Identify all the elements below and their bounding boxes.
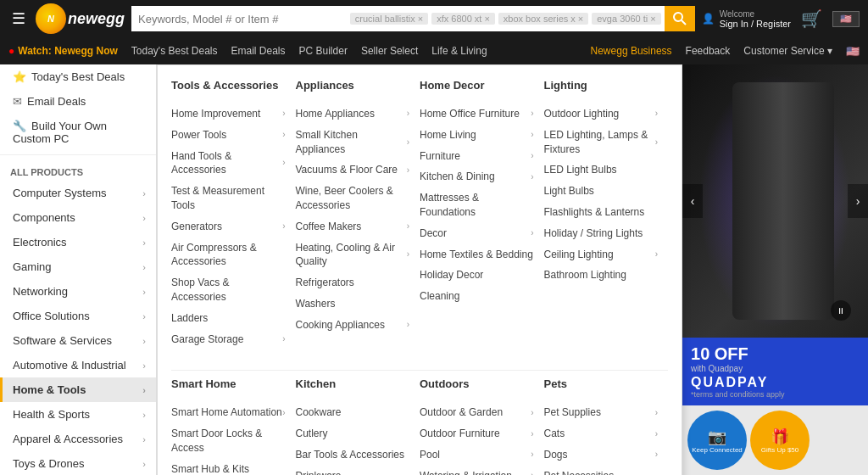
menu-link-air-compressors[interactable]: Air Compressors & Accessories (171, 238, 286, 273)
sidebar-item-software[interactable]: Software & Services› (0, 328, 156, 353)
menu-section-pets: Pets Pet Supplies› Cats› Dogs› Pet Neces… (544, 377, 669, 475)
sidebar-item-gaming[interactable]: Gaming› (0, 254, 156, 279)
menu-link-outdoor-garden[interactable]: Outdoor & Garden› (420, 402, 534, 423)
menu-link-flashlights[interactable]: Flashlights & Lanterns (544, 202, 659, 223)
menu-link-cooking[interactable]: Cooking Appliances› (296, 315, 410, 336)
menu-link-smart-automation[interactable]: Smart Home Automation› (171, 402, 286, 423)
arrow-icon: › (142, 360, 146, 371)
menu-link-watering[interactable]: Watering & Irrigation› (420, 466, 534, 475)
menu-link-home-appliances[interactable]: Home Appliances› (296, 103, 410, 125)
pause-button[interactable]: ⏸ (831, 300, 851, 321)
hero-area: ‹ › ⏸ (682, 64, 868, 338)
menu-link-decor[interactable]: Decor› (420, 223, 534, 244)
nav-customer-service[interactable]: Customer Service ▾ (743, 45, 832, 57)
promo-card-connected[interactable]: 📷 Keep Connected (687, 411, 747, 470)
menu-link-shop-vacs[interactable]: Shop Vacs & Accessories (171, 272, 286, 308)
menu-link-home-living[interactable]: Home Living› (420, 125, 534, 146)
sidebar-item-computer-systems[interactable]: Computer Systems› (0, 181, 156, 205)
menu-link-hand-tools[interactable]: Hand Tools & Accessories› (171, 146, 286, 182)
next-button[interactable]: › (848, 184, 868, 218)
nav-feedback[interactable]: Feedback (686, 45, 731, 57)
menu-link-refrigerators[interactable]: Refrigerators (296, 272, 410, 293)
prev-button[interactable]: ‹ (682, 184, 703, 218)
menu-link-ceiling-lighting[interactable]: Ceiling Lighting› (544, 244, 659, 265)
menu-link-pet-supplies[interactable]: Pet Supplies› (544, 402, 659, 423)
menu-link-home-office-furniture[interactable]: Home Office Furniture› (420, 103, 534, 125)
search-tag-remove[interactable]: × (484, 14, 489, 24)
search-tag-label: xfx 6800 xt (437, 14, 481, 24)
sidebar-item-components[interactable]: Components› (0, 205, 156, 230)
search-tag-remove[interactable]: × (650, 14, 655, 24)
menu-link-ladders[interactable]: Ladders (171, 308, 286, 329)
menu-link-bathroom-lighting[interactable]: Bathroom Lighting (544, 265, 659, 286)
nav-best-deals[interactable]: Today's Best Deals (131, 45, 218, 57)
menu-link-cookware[interactable]: Cookware (296, 402, 410, 423)
sidebar-item-toys[interactable]: Toys & Drones› (0, 451, 156, 475)
sidebar-item-build-pc[interactable]: 🔧Build Your Own Custom PC (0, 114, 156, 151)
flag-button[interactable]: 🇺🇸 (832, 11, 860, 27)
nav-pc-builder[interactable]: PC Builder (299, 45, 348, 57)
arrow-icon: › (142, 311, 146, 321)
menu-link-home-textiles[interactable]: Home Textiles & Bedding (420, 244, 534, 265)
nav-seller-select[interactable]: Seller Select (361, 45, 418, 57)
sidebar-item-apparel[interactable]: Apparel & Accessories› (0, 427, 156, 451)
sidebar-item-networking[interactable]: Networking› (0, 279, 156, 304)
menu-link-bar-tools[interactable]: Bar Tools & Accessories (296, 444, 410, 466)
menu-link-pet-necessities[interactable]: Pet Necessities (544, 466, 659, 475)
menu-link-test-measurement[interactable]: Test & Measurement Tools (171, 181, 286, 216)
menu-link-heating-cooling[interactable]: Heating, Cooling & Air Quality› (296, 238, 410, 273)
sidebar-item-home-tools[interactable]: Home & Tools› (0, 377, 156, 402)
nav-watch[interactable]: Watch: Newegg Now (8, 45, 118, 57)
nav-newegg-business[interactable]: Newegg Business (591, 45, 672, 57)
nav-email-deals[interactable]: Email Deals (231, 45, 285, 57)
user-menu[interactable]: 👤 Welcome Sign In / Register (702, 9, 791, 29)
menu-link-furniture[interactable]: Furniture› (420, 146, 534, 167)
menu-link-cleaning[interactable]: Cleaning (420, 286, 534, 307)
menu-link-coffee-makers[interactable]: Coffee Makers› (296, 216, 410, 238)
menu-link-led-bulbs[interactable]: LED Light Bulbs (544, 159, 659, 181)
menu-link-washers[interactable]: Washers (296, 293, 410, 315)
hamburger-menu[interactable]: ☰ (8, 6, 29, 31)
search-tag-4: evga 3060 ti × (592, 13, 660, 25)
sidebar-item-health[interactable]: Health & Sports› (0, 402, 156, 427)
menu-link-garage-storage[interactable]: Garage Storage› (171, 329, 286, 350)
logo[interactable]: N newegg (36, 3, 125, 34)
sidebar-item-best-deals[interactable]: ⭐Today's Best Deals (0, 64, 156, 89)
menu-link-small-kitchen[interactable]: Small Kitchen Appliances› (296, 125, 410, 160)
sidebar-item-email-deals[interactable]: ✉Email Deals (0, 89, 156, 114)
search-tag-label: evga 3060 ti (597, 14, 648, 24)
menu-link-smart-hub[interactable]: Smart Hub & Kits (171, 459, 286, 475)
promo-card-gifts[interactable]: 🎁 Gifts Up $50 (750, 411, 810, 470)
menu-link-dogs[interactable]: Dogs› (544, 444, 659, 466)
menu-link-smart-door-locks[interactable]: Smart Door Locks & Access (171, 423, 286, 459)
menu-link-wine-beer[interactable]: Wine, Beer Coolers & Accessories (296, 181, 410, 216)
search-input[interactable] (131, 6, 347, 31)
menu-link-kitchen-dining[interactable]: Kitchen & Dining› (420, 166, 534, 187)
user-icon: 👤 (702, 13, 715, 25)
menu-link-home-improvement[interactable]: Home Improvement› (171, 103, 286, 125)
sidebar-item-office[interactable]: Office Solutions› (0, 304, 156, 328)
menu-link-drinkware[interactable]: Drinkware (296, 466, 410, 475)
menu-link-cats[interactable]: Cats› (544, 423, 659, 444)
menu-link-led-lighting[interactable]: LED Lighting, Lamps & Fixtures› (544, 125, 659, 160)
menu-link-generators[interactable]: Generators› (171, 216, 286, 238)
cart-icon[interactable]: 🛒 (801, 8, 822, 29)
menu-link-holiday-decor[interactable]: Holiday Decor (420, 265, 534, 286)
menu-link-power-tools[interactable]: Power Tools› (171, 125, 286, 146)
menu-link-pool[interactable]: Pool› (420, 444, 534, 466)
menu-link-mattresses[interactable]: Mattresses & Foundations (420, 187, 534, 223)
search-tag-remove[interactable]: × (578, 14, 583, 24)
card-label-1: Keep Connected (692, 446, 743, 454)
menu-link-light-bulbs[interactable]: Light Bulbs (544, 181, 659, 202)
search-tag-remove[interactable]: × (418, 14, 423, 24)
menu-link-outdoor-lighting[interactable]: Outdoor Lighting› (544, 103, 659, 125)
menu-link-outdoor-furniture[interactable]: Outdoor Furniture› (420, 423, 534, 444)
menu-link-string-lights[interactable]: Holiday / String Lights (544, 223, 659, 244)
menu-link-cutlery[interactable]: Cutlery (296, 423, 410, 444)
signin-link[interactable]: Sign In / Register (720, 19, 791, 29)
search-button[interactable] (665, 6, 695, 31)
nav-life-living[interactable]: Life & Living (431, 45, 487, 57)
menu-link-vacuums[interactable]: Vacuums & Floor Care› (296, 159, 410, 181)
sidebar-item-automotive[interactable]: Automotive & Industrial› (0, 353, 156, 377)
sidebar-item-electronics[interactable]: Electronics› (0, 230, 156, 254)
